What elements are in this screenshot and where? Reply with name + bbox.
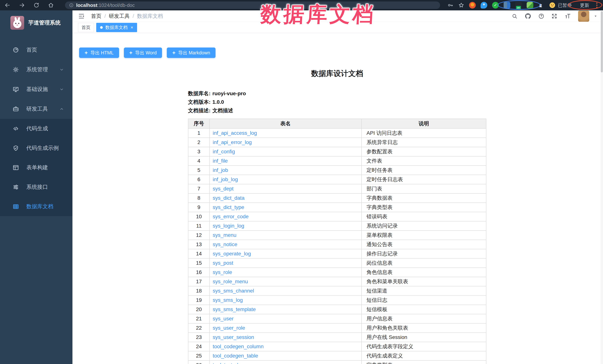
font-size-icon[interactable] — [564, 13, 571, 20]
table-link[interactable]: sys_dict_type — [213, 204, 244, 210]
sidebar-item-1[interactable]: 首页 — [0, 40, 72, 60]
drop-extension-icon[interactable] — [481, 2, 487, 9]
sidebar-item-label: 基础设施 — [26, 86, 48, 93]
table-link[interactable]: sys_user_role — [213, 325, 245, 331]
row-table-name: tool_codegen_column — [209, 342, 361, 351]
row-table-desc: 短信模板 — [361, 305, 486, 314]
table-link[interactable]: tool_codegen_column — [213, 343, 264, 349]
table-link[interactable]: tool_test_demo — [213, 362, 248, 364]
fold-menu-icon[interactable] — [78, 13, 85, 20]
table-link[interactable]: sys_sms_log — [213, 297, 243, 303]
sidebar-item-2[interactable]: 系统管理 — [0, 60, 72, 79]
table-link[interactable]: sys_login_log — [213, 223, 244, 229]
table-link[interactable]: sys_error_code — [213, 214, 249, 220]
row-table-desc: 错误码表 — [361, 212, 486, 221]
row-table-name: inf_job_log — [209, 175, 361, 184]
on-badge-extension-icon[interactable]: on — [515, 2, 522, 9]
table-link[interactable]: sys_role — [213, 269, 232, 275]
chevron-down-icon — [59, 67, 64, 72]
sidebar-subitem-label: 系统接口 — [26, 183, 48, 191]
grid-extension-icon[interactable] — [504, 2, 510, 9]
row-table-name: sys_dept — [209, 184, 361, 193]
row-table-desc: 系统异常日志 — [361, 138, 486, 147]
export-button-3[interactable]: +导出 Markdown — [167, 47, 216, 58]
breadcrumb-item-2[interactable]: 研发工具 — [109, 13, 130, 20]
address-bar[interactable]: localhost:1024/tool/db-doc — [65, 1, 440, 9]
info-icon[interactable] — [69, 3, 74, 7]
row-table-name: sys_sms_log — [209, 296, 361, 305]
scrollbar-thumb[interactable] — [601, 11, 603, 72]
table-link[interactable]: sys_dept — [213, 186, 233, 192]
github-icon[interactable] — [525, 13, 531, 20]
home-icon[interactable] — [48, 2, 54, 8]
meta-value: 1.0.0 — [212, 99, 224, 105]
table-row: 23sys_user_session用户在线 Session — [188, 333, 486, 342]
row-table-name: inf_api_error_log — [209, 138, 361, 147]
row-index: 18 — [188, 286, 209, 296]
profile-chip[interactable]: 已暂停 — [549, 2, 572, 9]
table-link[interactable]: inf_api_error_log — [213, 139, 252, 145]
table-link[interactable]: inf_file — [213, 158, 228, 164]
breadcrumb-separator: / — [133, 13, 134, 19]
row-index: 9 — [188, 203, 209, 212]
row-table-name: inf_api_access_log — [209, 128, 361, 138]
sidebar-item-label: 系统管理 — [26, 66, 48, 73]
table-link[interactable]: inf_job_log — [213, 176, 238, 182]
sidebar-subitem-5[interactable]: 数据库文档 — [0, 197, 72, 216]
leaf-extension-icon[interactable] — [527, 2, 533, 9]
sidebar-submenu: 代码生成代码生成示例表单构建系统接口数据库文档 — [0, 119, 72, 216]
table-link[interactable]: sys_notice — [213, 242, 237, 247]
table-link[interactable]: sys_user — [213, 316, 233, 321]
table-link[interactable]: inf_job — [213, 167, 228, 173]
page-scrollbar[interactable] — [601, 11, 603, 364]
export-button-1[interactable]: +导出 HTML — [79, 47, 119, 58]
sidebar-subitem-3[interactable]: 表单构建 — [0, 158, 72, 177]
tab-2[interactable]: 数据库文档× — [96, 23, 137, 32]
table-link[interactable]: sys_operate_log — [213, 251, 251, 256]
table-row: 16sys_role角色信息表 — [188, 268, 486, 277]
breadcrumb-item-1[interactable]: 首页 — [91, 13, 101, 20]
sidebar-subitem-2[interactable]: 代码生成示例 — [0, 138, 72, 158]
sidebar-item-label: 首页 — [26, 46, 37, 54]
fullscreen-icon[interactable] — [551, 13, 557, 19]
reload-icon[interactable] — [34, 2, 39, 8]
star-icon[interactable] — [458, 2, 464, 8]
table-row: 9sys_dict_type字典类型表 — [188, 203, 486, 212]
update-button[interactable]: 更新 — [580, 2, 589, 8]
help-icon[interactable] — [538, 13, 544, 19]
row-table-desc: 岗位信息表 — [361, 258, 486, 268]
table-link[interactable]: sys_role_menu — [213, 279, 248, 284]
sidebar-item-4[interactable]: 研发工具 — [0, 99, 72, 119]
table-link[interactable]: sys_user_session — [213, 334, 254, 340]
green-check-extension-icon[interactable]: ✓ — [492, 2, 499, 9]
table-row: 19sys_sms_log短信日志 — [188, 296, 486, 305]
table-link[interactable]: inf_config — [213, 149, 235, 154]
export-button-2[interactable]: +导出 Word — [124, 47, 162, 58]
forward-icon[interactable] — [19, 2, 25, 8]
row-index: 8 — [188, 193, 209, 203]
table-link[interactable]: tool_codegen_table — [213, 353, 258, 359]
tomato-extension-icon[interactable] — [469, 2, 476, 9]
sidebar-item-3[interactable]: 基础设施 — [0, 79, 72, 99]
back-icon[interactable] — [4, 2, 11, 8]
tab-1[interactable]: 首页 — [78, 23, 94, 32]
table-link[interactable]: sys_menu — [213, 232, 236, 238]
search-icon[interactable] — [512, 13, 518, 19]
table-row: 22sys_user_role用户和角色关联表 — [188, 323, 486, 333]
column-header-desc: 说明 — [361, 119, 486, 128]
table-link[interactable]: inf_api_access_log — [213, 130, 257, 136]
row-table-name: sys_operate_log — [209, 249, 361, 258]
tab-close-icon[interactable]: × — [131, 25, 133, 30]
row-table-name: sys_user_session — [209, 333, 361, 342]
key-icon[interactable] — [448, 2, 453, 8]
avatar[interactable] — [578, 11, 589, 22]
sidebar-subitem-1[interactable]: 代码生成 — [0, 119, 72, 138]
table-link[interactable]: sys_sms_channel — [213, 288, 254, 294]
table-link[interactable]: sys_sms_template — [213, 307, 256, 312]
kebab-menu-icon[interactable] — [595, 2, 599, 8]
puzzle-icon[interactable] — [538, 2, 544, 8]
table-link[interactable]: sys_dict_data — [213, 195, 244, 201]
sidebar-subitem-4[interactable]: 系统接口 — [0, 177, 72, 197]
table-link[interactable]: sys_post — [213, 260, 233, 266]
caret-down-icon[interactable] — [594, 14, 597, 18]
